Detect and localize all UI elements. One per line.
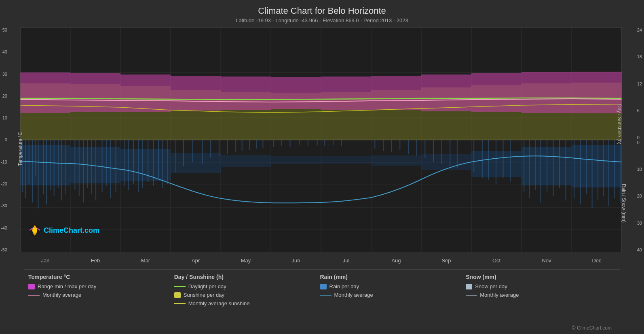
svg-rect-68 <box>158 140 159 178</box>
svg-rect-80 <box>249 140 250 150</box>
legend-daylight: Daylight per day <box>174 283 320 289</box>
svg-rect-94 <box>391 140 392 152</box>
svg-rect-29 <box>171 153 221 173</box>
svg-rect-70 <box>167 140 168 184</box>
svg-rect-67 <box>153 140 154 186</box>
svg-rect-124 <box>614 140 615 198</box>
svg-rect-121 <box>598 140 598 200</box>
svg-rect-59 <box>110 140 111 198</box>
legend-snow-avg: Monthly average <box>466 292 612 298</box>
svg-rect-71 <box>175 140 175 172</box>
svg-rect-79 <box>242 140 243 151</box>
legend-sunshine-avg: Monthly average sunshine <box>174 300 320 306</box>
svg-rect-108 <box>510 140 511 182</box>
svg-rect-105 <box>488 140 489 180</box>
svg-rect-64 <box>138 140 139 192</box>
legend-snow-title: Snow (mm) <box>466 274 612 280</box>
legend-temp-title: Temperature °C <box>28 274 174 280</box>
legend-swatch-temp-range <box>28 284 35 289</box>
svg-rect-39 <box>25 140 26 198</box>
y-label-temp: Temperature °C <box>17 132 23 166</box>
svg-rect-26 <box>20 145 70 185</box>
svg-rect-92 <box>374 140 375 149</box>
svg-rect-54 <box>87 140 88 188</box>
svg-rect-103 <box>473 140 474 172</box>
legend-sunshine-title: Day / Sunshine (h) <box>174 274 320 280</box>
svg-rect-109 <box>524 140 524 192</box>
svg-rect-57 <box>102 140 103 192</box>
y-label-rain-snow: Rain / Snow (mm) <box>621 184 627 223</box>
svg-rect-97 <box>416 140 417 156</box>
svg-rect-65 <box>142 140 143 188</box>
svg-rect-142 <box>221 77 271 110</box>
svg-rect-84 <box>281 140 282 146</box>
svg-rect-33 <box>371 155 421 166</box>
svg-rect-95 <box>399 140 400 150</box>
svg-rect-119 <box>586 140 587 194</box>
svg-rect-138 <box>20 72 70 113</box>
svg-rect-102 <box>457 140 458 168</box>
legend-rain-avg: Monthly average <box>320 292 466 298</box>
svg-rect-145 <box>371 76 421 110</box>
svg-rect-62 <box>128 140 129 190</box>
svg-rect-51 <box>74 140 75 190</box>
legend-line-daylight <box>174 286 186 287</box>
svg-rect-99 <box>433 140 434 162</box>
svg-rect-52 <box>79 140 80 196</box>
chart-title: Climate Chart for Belo Horizonte <box>0 0 644 16</box>
svg-rect-60 <box>116 140 116 192</box>
logo-text-bottom: ClimeChart.com <box>44 226 99 235</box>
legend-temp-avg: Monthly average <box>28 292 174 298</box>
logo-icon-bottom <box>28 224 41 237</box>
chart-subtitle: Latitude -19.93 - Longitude -43.966 - El… <box>0 17 644 23</box>
svg-rect-112 <box>541 140 541 202</box>
svg-rect-146 <box>421 74 471 111</box>
svg-rect-78 <box>235 140 236 152</box>
legend-temperature: Temperature °C Range min / max per day M… <box>28 274 174 332</box>
svg-rect-148 <box>522 72 572 113</box>
svg-rect-56 <box>95 140 96 200</box>
svg-rect-149 <box>572 72 622 113</box>
logo-bottom-left: ClimeChart.com <box>28 224 99 237</box>
svg-rect-45 <box>46 140 47 204</box>
svg-rect-98 <box>424 140 425 158</box>
legend-sunshine: Day / Sunshine (h) Daylight per day Suns… <box>174 274 320 332</box>
svg-rect-81 <box>256 140 257 149</box>
svg-rect-88 <box>317 140 318 145</box>
svg-rect-101 <box>450 140 450 166</box>
svg-rect-91 <box>341 140 342 146</box>
svg-rect-61 <box>124 140 125 186</box>
svg-rect-111 <box>535 140 536 190</box>
svg-rect-76 <box>219 140 220 156</box>
svg-rect-49 <box>61 140 62 200</box>
legend-swatch-rain <box>320 284 327 289</box>
x-axis: Jan Feb Mar Apr May Jun Jul Aug Sep Oct … <box>20 257 622 264</box>
svg-rect-114 <box>553 140 554 196</box>
svg-rect-50 <box>65 140 66 194</box>
legend-temp-range: Range min / max per day <box>28 283 174 289</box>
svg-rect-55 <box>91 140 92 194</box>
legend-line-temp-avg <box>28 295 40 296</box>
svg-rect-125 <box>620 140 621 202</box>
svg-point-152 <box>32 228 37 233</box>
svg-rect-106 <box>496 140 496 184</box>
svg-rect-120 <box>592 140 593 208</box>
svg-rect-123 <box>608 140 609 206</box>
svg-rect-73 <box>192 140 193 162</box>
svg-rect-107 <box>503 140 504 178</box>
svg-rect-34 <box>421 154 471 170</box>
y-axis-right-bottom: 0 10 20 30 40 <box>637 140 642 253</box>
legend-rain-per-day: Rain per day <box>320 283 466 289</box>
svg-rect-31 <box>271 156 321 164</box>
svg-rect-100 <box>441 140 442 164</box>
svg-rect-122 <box>603 140 604 196</box>
legend-rain-title: Rain (mm) <box>320 274 466 280</box>
svg-rect-83 <box>273 140 274 147</box>
svg-rect-44 <box>43 140 44 194</box>
legend-swatch-snow <box>466 284 472 289</box>
svg-rect-46 <box>50 140 51 190</box>
svg-rect-41 <box>32 140 33 202</box>
svg-rect-116 <box>566 140 566 200</box>
svg-rect-77 <box>227 140 228 154</box>
svg-rect-58 <box>106 140 107 186</box>
